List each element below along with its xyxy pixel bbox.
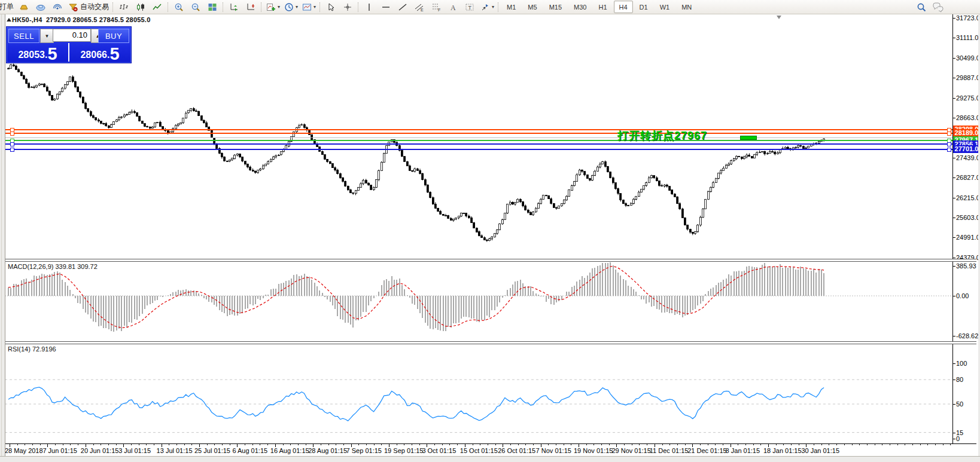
templates-button[interactable]: ▾: [300, 1, 317, 13]
timeframe-m30[interactable]: M30: [568, 1, 592, 13]
date-minor-tick: [821, 444, 822, 445]
date-minor-tick: [32, 444, 33, 445]
chart-shift-button[interactable]: [243, 1, 258, 13]
timeframe-w1[interactable]: W1: [655, 1, 675, 13]
indicators-button[interactable]: ▾: [264, 1, 281, 13]
date-minor-tick: [146, 444, 147, 445]
date-minor-tick: [480, 444, 480, 445]
autotrade-button[interactable]: 自动交易: [66, 1, 110, 13]
chart-shift-marker[interactable]: [777, 16, 781, 19]
line-handle[interactable]: [10, 142, 14, 146]
zoom-out-icon: [190, 2, 201, 13]
date-minor-tick: [867, 444, 868, 445]
buy-price[interactable]: 28066.5: [70, 42, 130, 63]
tile-windows-button[interactable]: [205, 1, 220, 13]
line-handle[interactable]: [10, 148, 14, 152]
gold-ingot-button[interactable]: [16, 1, 32, 13]
date-minor-tick: [442, 444, 443, 445]
crosshair-button[interactable]: [340, 1, 355, 13]
volume-input[interactable]: 0.10: [53, 29, 91, 42]
buy-price-pip: 5: [109, 46, 119, 62]
signals-button[interactable]: [50, 1, 65, 13]
line-chart-button[interactable]: [150, 1, 165, 13]
pane-splitter[interactable]: [5, 341, 976, 344]
cloud-upload-button[interactable]: [33, 1, 48, 13]
search-button[interactable]: [914, 1, 929, 13]
date-minor-tick: [920, 444, 921, 445]
date-minor-tick: [207, 444, 208, 445]
hline-object[interactable]: [5, 129, 952, 130]
candlestick-button[interactable]: [133, 1, 148, 13]
chart-ohlc-values: 27929.0 28065.5 27845.5 28055.0: [46, 16, 150, 23]
date-minor-tick: [776, 444, 777, 445]
pivot-annotation-text[interactable]: 打开转折点27967: [617, 128, 707, 143]
line-handle[interactable]: [947, 131, 951, 136]
timeframe-m15[interactable]: M15: [544, 1, 567, 13]
sell-price[interactable]: 28053.5: [8, 42, 68, 63]
timeframe-m1[interactable]: M1: [501, 1, 521, 13]
fibonacci-button[interactable]: F: [428, 1, 444, 13]
date-label: 28 Aug 01:15: [308, 447, 347, 454]
line-handle[interactable]: [947, 142, 951, 146]
arrows-button[interactable]: ▾: [479, 1, 495, 13]
hline-object[interactable]: [5, 143, 952, 145]
date-minor-tick: [267, 444, 268, 445]
periods-button[interactable]: ▾: [282, 1, 299, 13]
date-minor-tick: [836, 444, 837, 445]
hline-object[interactable]: [5, 137, 952, 138]
hline-object[interactable]: [5, 140, 952, 141]
cursor-button[interactable]: [323, 1, 339, 13]
date-minor-tick: [829, 444, 829, 445]
date-minor-tick: [176, 444, 177, 445]
sell-button[interactable]: SELL: [8, 29, 39, 43]
hline-object[interactable]: [5, 133, 952, 134]
equidistant-channel-button[interactable]: E: [412, 1, 427, 13]
auto-scroll-button[interactable]: [226, 1, 242, 13]
zoom-in-button[interactable]: [171, 1, 187, 13]
date-minor-tick: [760, 444, 761, 445]
rsi-pane: [5, 344, 952, 443]
hline-object[interactable]: [5, 149, 952, 150]
date-minor-tick: [662, 444, 663, 445]
chat-button[interactable]: [930, 1, 946, 13]
buy-price-main: 28066: [80, 48, 107, 62]
date-minor-tick: [78, 444, 78, 445]
date-minor-tick: [343, 444, 344, 445]
line-handle[interactable]: [10, 131, 14, 136]
macd-label: MACD(12,26,9) 339.81 309.72: [8, 263, 98, 270]
chart-symbol-period: HK50-,H4: [12, 16, 42, 23]
label-button[interactable]: T: [462, 1, 477, 13]
timeframe-m5[interactable]: M5: [522, 1, 542, 13]
timeframe-h1[interactable]: H1: [593, 1, 612, 13]
timeframe-d1[interactable]: D1: [634, 1, 653, 13]
date-minor-tick: [799, 444, 799, 445]
new-order-button[interactable]: 打单: [0, 1, 15, 13]
zoom-out-button[interactable]: [188, 1, 203, 13]
date-minor-tick: [609, 444, 610, 445]
vertical-line-button[interactable]: [361, 1, 377, 13]
date-label: 15 Oct 01:15: [460, 447, 498, 454]
text-icon: A: [448, 2, 458, 13]
price-chart-pane: [5, 14, 952, 259]
date-minor-tick: [473, 444, 473, 445]
pane-splitter[interactable]: [5, 259, 976, 262]
date-minor-tick: [321, 444, 321, 445]
timeframe-mn[interactable]: MN: [676, 1, 697, 13]
timeframe-h4[interactable]: H4: [614, 1, 633, 13]
date-label: 18 Jan 01:15: [763, 447, 802, 454]
date-minor-tick: [108, 444, 109, 445]
bar-chart-button[interactable]: [116, 1, 132, 13]
horizontal-line-button[interactable]: [378, 1, 394, 13]
collapse-panel-icon[interactable]: [7, 18, 11, 22]
volume-decrease-button[interactable]: ▼: [40, 29, 54, 43]
date-label: 21 Dec 01:15: [687, 447, 726, 454]
date-minor-tick: [677, 444, 678, 445]
text-button[interactable]: A: [445, 1, 461, 13]
label-icon: T: [464, 2, 475, 13]
green-segment-annotation[interactable]: [740, 136, 757, 140]
buy-button[interactable]: BUY: [98, 29, 129, 43]
trendline-button[interactable]: [395, 1, 410, 13]
date-label: 7 Nov 01:15: [536, 447, 571, 454]
gold-ingot-icon: [19, 2, 29, 13]
line-handle[interactable]: [947, 148, 951, 152]
